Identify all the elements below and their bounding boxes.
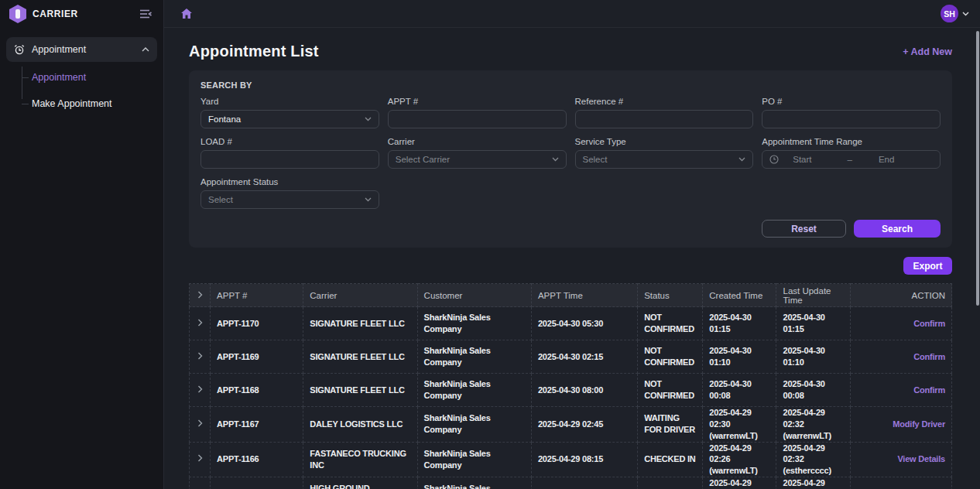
carrier-cell: DALEY LOGISTICS LLC bbox=[303, 407, 417, 443]
reset-button[interactable]: Reset bbox=[762, 220, 846, 238]
po-number-field: PO # bbox=[762, 97, 941, 128]
brand-name: CARRIER bbox=[33, 9, 139, 19]
action-link[interactable]: Confirm bbox=[913, 319, 945, 328]
po-number-input[interactable] bbox=[769, 115, 933, 124]
sidebar-collapse-icon[interactable] bbox=[139, 7, 152, 21]
appt-number-cell: APPT-1166 bbox=[211, 442, 303, 477]
carrier-cell: SIGNATURE FLEET LLC bbox=[303, 374, 417, 407]
action-link[interactable]: View Details bbox=[897, 454, 945, 463]
appt-time-cell: 2025-04-29 09:15 bbox=[531, 477, 637, 489]
appointment-table: APPT # Carrier Customer APPT Time Status… bbox=[189, 283, 952, 489]
yard-label: Yard bbox=[200, 97, 379, 106]
topbar: SH bbox=[164, 0, 980, 28]
load-number-input[interactable] bbox=[208, 155, 372, 164]
created-time-cell: 2025-04-29 01:39 (warrenwLT) bbox=[703, 477, 776, 489]
sidebar-item-make-appointment[interactable]: Make Appointment bbox=[22, 97, 157, 110]
time-range-start[interactable]: Start bbox=[793, 155, 811, 164]
carrier-cell: SIGNATURE FLEET LLC bbox=[303, 340, 417, 374]
service-type-label: Service Type bbox=[575, 137, 754, 146]
last-update-time-cell: 2025-04-29 01:43 (esthercccc) bbox=[776, 477, 850, 489]
alarm-clock-icon bbox=[14, 44, 25, 55]
chevron-down-icon bbox=[365, 117, 372, 121]
created-time-cell: 2025-04-30 00:08 bbox=[703, 374, 776, 407]
chevron-up-icon bbox=[142, 47, 149, 52]
expand-row-icon[interactable] bbox=[197, 385, 203, 393]
sidebar-item-appointment[interactable]: Appointment bbox=[22, 71, 157, 84]
expand-cell bbox=[190, 340, 211, 374]
appointment-time-range-label: Appointment Time Range bbox=[762, 137, 941, 146]
status-cell: NOT CONFIRMED bbox=[638, 374, 703, 407]
export-button[interactable]: Export bbox=[903, 257, 952, 275]
service-type-select[interactable]: Select bbox=[575, 150, 754, 169]
appt-time-cell: 2025-04-30 05:30 bbox=[531, 307, 637, 340]
customer-cell: SharkNinja Sales Company bbox=[417, 307, 531, 340]
action-cell: Modify Driver bbox=[850, 407, 951, 443]
reference-number-input[interactable] bbox=[583, 115, 746, 124]
user-menu[interactable]: SH bbox=[941, 5, 969, 22]
home-icon[interactable] bbox=[181, 9, 192, 19]
chevron-right-icon bbox=[197, 291, 203, 299]
action-link[interactable]: Confirm bbox=[913, 352, 945, 361]
header-last-update-time: Last Update Time bbox=[776, 284, 850, 307]
action-link[interactable]: Confirm bbox=[913, 385, 945, 395]
last-update-time-cell: 2025-04-30 01:10 bbox=[776, 340, 850, 374]
yard-field: Yard Fontana bbox=[200, 97, 379, 128]
appointment-time-range-field: Appointment Time Range Start – End bbox=[762, 137, 941, 169]
brand-logo-icon bbox=[9, 5, 26, 23]
status-cell: CHECKED IN bbox=[638, 442, 703, 477]
avatar[interactable]: SH bbox=[941, 5, 958, 22]
carrier-select[interactable]: Select Carrier bbox=[388, 150, 567, 169]
appointment-status-select[interactable]: Select bbox=[200, 190, 379, 209]
yard-select[interactable]: Fontana bbox=[200, 110, 379, 128]
expand-row-icon[interactable] bbox=[197, 319, 203, 327]
time-range-end[interactable]: End bbox=[879, 155, 894, 164]
table-header-row: APPT # Carrier Customer APPT Time Status… bbox=[190, 284, 952, 307]
customer-cell: SharkNinja Sales Company bbox=[417, 407, 531, 443]
carrier-cell: SIGNATURE FLEET LLC bbox=[303, 307, 417, 340]
appt-number-input[interactable] bbox=[396, 115, 559, 124]
last-update-time-cell: 2025-04-29 02:32 (esthercccc) bbox=[776, 442, 850, 477]
vertical-scrollbar[interactable] bbox=[976, 31, 979, 306]
table-row: APPT-1170SIGNATURE FLEET LLCSharkNinja S… bbox=[190, 307, 952, 340]
header-action: ACTION bbox=[850, 284, 951, 307]
status-cell: NOT CONFIRMED bbox=[638, 340, 703, 374]
last-update-time-cell: 2025-04-29 02:32 (warrenwLT) bbox=[776, 407, 850, 443]
carrier-field: Carrier Select Carrier bbox=[388, 137, 567, 169]
table-row: APPT-1165HIGH GROUND SHIPPING INCSharkNi… bbox=[190, 477, 952, 489]
appointment-time-range-picker[interactable]: Start – End bbox=[762, 150, 941, 169]
last-update-time-cell: 2025-04-30 01:15 bbox=[776, 307, 850, 340]
action-cell: View Details bbox=[850, 442, 951, 477]
appt-number-field: APPT # bbox=[388, 97, 567, 128]
created-time-cell: 2025-04-30 01:10 bbox=[703, 340, 776, 374]
expand-row-icon[interactable] bbox=[197, 419, 203, 427]
header-carrier: Carrier bbox=[303, 284, 417, 307]
action-cell: View Details bbox=[850, 477, 951, 489]
appt-time-cell: 2025-04-29 02:45 bbox=[531, 407, 637, 443]
clock-icon bbox=[769, 155, 779, 164]
appt-number-label: APPT # bbox=[388, 97, 567, 106]
appointment-status-field: Appointment Status Select bbox=[200, 177, 379, 209]
status-cell: CHECKED IN bbox=[638, 477, 703, 489]
status-cell: WAITING FOR DRIVER bbox=[638, 407, 703, 443]
expand-cell bbox=[190, 307, 211, 340]
header-status: Status bbox=[638, 284, 703, 307]
sidebar-item-label: Appointment bbox=[32, 72, 86, 83]
service-type-field: Service Type Select bbox=[575, 137, 754, 169]
expand-row-icon[interactable] bbox=[197, 352, 203, 360]
carrier-cell: FASTANECO TRUCKING INC bbox=[303, 442, 417, 477]
expand-row-icon[interactable] bbox=[197, 454, 203, 462]
expand-cell bbox=[190, 477, 211, 489]
last-update-time-cell: 2025-04-30 00:08 bbox=[776, 374, 850, 407]
expand-cell bbox=[190, 374, 211, 407]
header-appt-time: APPT Time bbox=[531, 284, 637, 307]
appt-number-cell: APPT-1167 bbox=[211, 407, 303, 443]
reference-number-input-wrap bbox=[575, 110, 754, 128]
action-link[interactable]: Modify Driver bbox=[893, 419, 945, 429]
add-new-button[interactable]: + Add New bbox=[903, 46, 952, 57]
search-button[interactable]: Search bbox=[854, 220, 941, 238]
action-cell: Confirm bbox=[850, 307, 951, 340]
chevron-down-icon bbox=[365, 197, 372, 202]
sidebar: CARRIER Appointment Appointment Make App… bbox=[0, 0, 164, 489]
sidebar-item-appointment-group[interactable]: Appointment bbox=[6, 37, 157, 62]
expand-all-header bbox=[190, 284, 211, 307]
